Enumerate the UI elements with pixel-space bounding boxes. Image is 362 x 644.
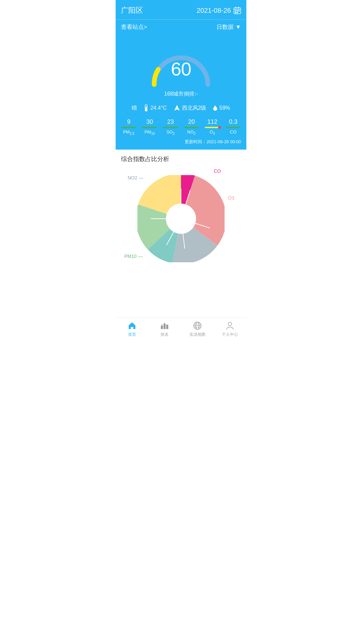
home-icon	[127, 321, 137, 330]
nav-live-map[interactable]: 实况地图	[181, 321, 214, 337]
gauge-wrapper: 60	[144, 41, 218, 88]
pollutant-pm10: 30 PM10	[141, 118, 158, 136]
weather-temperature: 24.4°C	[144, 104, 167, 112]
city-title: 广阳区	[121, 5, 143, 15]
daily-data-button[interactable]: 日数据 ▼	[217, 23, 241, 31]
gauge-container: 60 168城市倒排:-	[116, 34, 246, 101]
bottom-section: 综合指数占比分析 CO O3 NO2 — PM10 —	[116, 150, 246, 317]
analysis-title: 综合指数占比分析	[121, 155, 241, 163]
pollutants-row: 9 PM2.5 30 PM10 23 SO2 20 NO2 112 O	[116, 115, 246, 137]
svg-marker-12	[174, 105, 180, 111]
bar-chart-icon	[160, 321, 169, 330]
header: 广阳区 2021-08-26	[116, 0, 246, 20]
svg-rect-19	[161, 326, 163, 329]
co-label: CO	[214, 168, 221, 174]
weather-humidity: 59%	[213, 105, 230, 111]
svg-rect-20	[164, 324, 166, 329]
svg-rect-23	[164, 323, 165, 324]
sub-header: 查看站点> 日数据 ▼	[116, 20, 246, 34]
nav-profile-label: 个人中心	[222, 332, 238, 337]
thermometer-icon	[144, 104, 148, 112]
pm10-bar	[142, 127, 157, 128]
svg-rect-8	[237, 12, 238, 13]
top-section: 广阳区 2021-08-26 查看站点> 日数据 ▼	[116, 0, 246, 150]
view-stations-link[interactable]: 查看站点>	[121, 23, 147, 31]
svg-rect-4	[235, 10, 236, 11]
nav-profile[interactable]: 个人中心	[214, 321, 247, 337]
svg-rect-21	[166, 325, 168, 329]
o3-label: O3	[228, 195, 234, 201]
calendar-icon[interactable]	[234, 7, 241, 14]
wind-icon	[174, 105, 180, 111]
person-icon	[225, 321, 235, 330]
svg-rect-7	[235, 12, 236, 13]
no2-label: NO2 —	[128, 175, 143, 180]
no2-bar	[184, 127, 199, 128]
pie-chart-svg	[137, 175, 225, 262]
pollutant-no2: 20 NO2	[183, 118, 200, 136]
pie-chart-area: CO O3 NO2 — PM10 —	[121, 168, 241, 269]
nav-rankings[interactable]: 排名	[148, 321, 181, 337]
svg-rect-5	[237, 10, 238, 11]
weather-condition: 晴	[132, 105, 137, 112]
o3-dot	[218, 126, 221, 129]
svg-rect-11	[146, 107, 147, 110]
nav-home[interactable]: 首页	[116, 321, 148, 337]
pm10-label: PM10 —	[124, 254, 142, 259]
pollutant-o3: 112 O3	[203, 118, 221, 136]
bottom-nav: 首页 排名 实况地图	[116, 317, 246, 344]
pollutant-pm25: 9 PM2.5	[120, 118, 137, 136]
nav-live-map-label: 实况地图	[189, 332, 205, 337]
o3-bar	[205, 127, 220, 128]
globe-icon	[193, 321, 202, 330]
weather-row: 晴 24.4°C 西北风2级 59%	[116, 101, 246, 115]
svg-rect-22	[162, 324, 162, 326]
humidity-icon	[213, 105, 218, 111]
gauge-value: 60	[171, 58, 191, 80]
header-date: 2021-08-26	[197, 7, 241, 14]
nav-rankings-label: 排名	[161, 332, 169, 337]
co-bar	[226, 127, 241, 128]
svg-rect-6	[238, 10, 240, 11]
pollutant-so2: 23 SO2	[162, 118, 179, 136]
svg-point-29	[228, 322, 232, 326]
weather-wind: 西北风2级	[174, 105, 206, 112]
pm25-bar	[121, 127, 136, 128]
update-time: 更新时间：2021-08-26 00:00	[116, 137, 246, 150]
pollutant-co: 0.3 CO	[225, 118, 242, 136]
so2-bar	[163, 127, 178, 128]
nav-home-label: 首页	[128, 332, 136, 337]
